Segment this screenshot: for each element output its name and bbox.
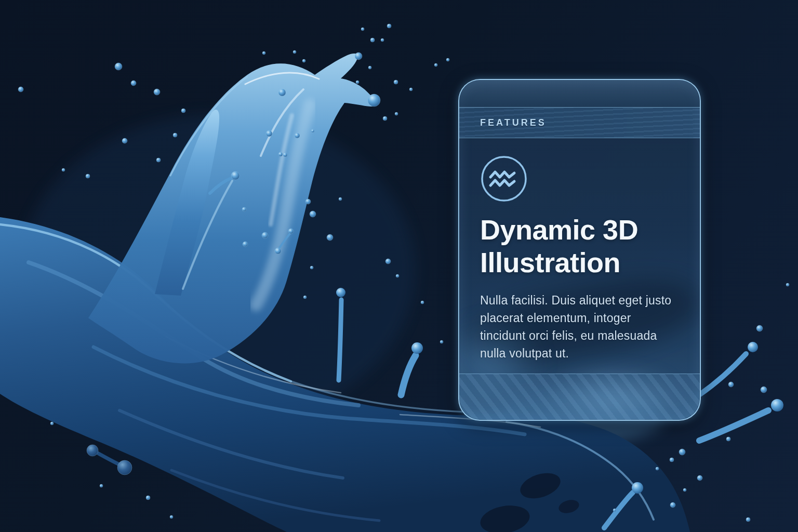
water-droplet: [170, 515, 173, 518]
water-droplet: [387, 24, 391, 28]
tendril-tip-droplet: [632, 482, 643, 494]
water-droplet: [295, 133, 300, 138]
water-droplet: [385, 259, 391, 264]
water-droplet: [409, 88, 413, 91]
water-droplet: [728, 382, 734, 387]
water-tendril: [699, 354, 746, 395]
water-droplet: [293, 50, 296, 54]
water-droplet: [18, 87, 23, 92]
water-droplet: [756, 325, 763, 331]
water-droplet: [131, 81, 136, 86]
water-droplet: [303, 296, 307, 299]
water-droplet: [726, 437, 730, 441]
water-tendril: [401, 355, 416, 395]
water-droplet: [156, 158, 161, 162]
card-description: Nulla facilisi. Duis aliquet eget justo …: [480, 291, 679, 362]
water-droplet: [440, 340, 443, 343]
water-droplet: [310, 211, 316, 217]
hero-scene: FEATURES Dynamic 3D Illustration Nulla f…: [0, 0, 798, 532]
water-droplet: [181, 109, 185, 113]
water-droplet: [117, 460, 132, 475]
tendril-tip-droplet: [411, 342, 423, 354]
water-droplet: [381, 38, 384, 42]
water-droplet: [656, 467, 659, 470]
water-droplet: [50, 422, 54, 425]
water-droplet: [613, 509, 616, 512]
water-droplet: [370, 38, 375, 42]
water-droplet: [122, 138, 127, 143]
water-droplet: [87, 445, 98, 456]
water-droplet: [356, 81, 359, 84]
water-droplet: [339, 197, 342, 201]
water-droplet: [288, 229, 294, 234]
water-waves-icon: [480, 155, 528, 203]
water-droplet: [327, 234, 333, 241]
water-droplet: [683, 488, 686, 491]
water-droplet: [355, 52, 362, 60]
tendril-tip-droplet: [748, 342, 758, 352]
water-droplet: [231, 171, 240, 180]
water-droplet: [154, 89, 160, 95]
water-tendril: [339, 300, 341, 380]
water-droplet: [173, 133, 177, 137]
water-droplet: [368, 66, 371, 69]
water-droplet: [100, 484, 103, 487]
water-droplet: [383, 116, 387, 121]
water-droplet: [679, 449, 685, 455]
card-body: Dynamic 3D Illustration Nulla facilisi. …: [459, 138, 700, 362]
water-droplet: [361, 28, 364, 31]
water-droplet: [395, 112, 398, 115]
water-droplet: [62, 168, 65, 171]
water-droplet: [396, 274, 399, 277]
water-droplet: [266, 130, 272, 137]
tendril-tip-droplet: [771, 399, 783, 411]
water-droplet: [446, 58, 449, 61]
water-droplet: [278, 152, 283, 156]
water-droplet: [146, 496, 150, 500]
water-droplet: [697, 475, 702, 481]
water-droplet: [310, 266, 313, 269]
water-droplet: [278, 89, 286, 96]
card-footer: [459, 374, 700, 420]
water-droplet: [86, 174, 90, 178]
water-droplet: [262, 232, 268, 238]
water-droplet: [311, 129, 314, 132]
water-droplet: [242, 207, 246, 211]
card-header: FEATURES: [459, 108, 700, 138]
water-droplet: [761, 387, 767, 393]
water-droplet: [115, 63, 122, 70]
water-droplet: [262, 51, 265, 55]
feature-card: FEATURES Dynamic 3D Illustration Nulla f…: [458, 79, 701, 421]
card-title: Dynamic 3D Illustration: [480, 214, 679, 279]
water-droplet: [394, 80, 398, 84]
tendril-tip-droplet: [336, 288, 345, 297]
water-droplet: [421, 301, 424, 304]
water-droplet: [746, 517, 750, 522]
water-droplet: [434, 63, 437, 66]
water-droplet: [670, 458, 674, 462]
card-top-strip: [459, 80, 700, 108]
water-tendril: [699, 410, 768, 441]
water-droplet: [283, 153, 287, 157]
water-droplet: [786, 283, 789, 286]
water-droplet: [305, 199, 311, 204]
water-droplet: [243, 242, 248, 247]
water-droplet: [302, 59, 305, 62]
water-droplet: [275, 248, 281, 254]
features-label: FEATURES: [480, 117, 547, 128]
water-droplet: [670, 502, 675, 508]
water-droplet: [368, 94, 380, 107]
